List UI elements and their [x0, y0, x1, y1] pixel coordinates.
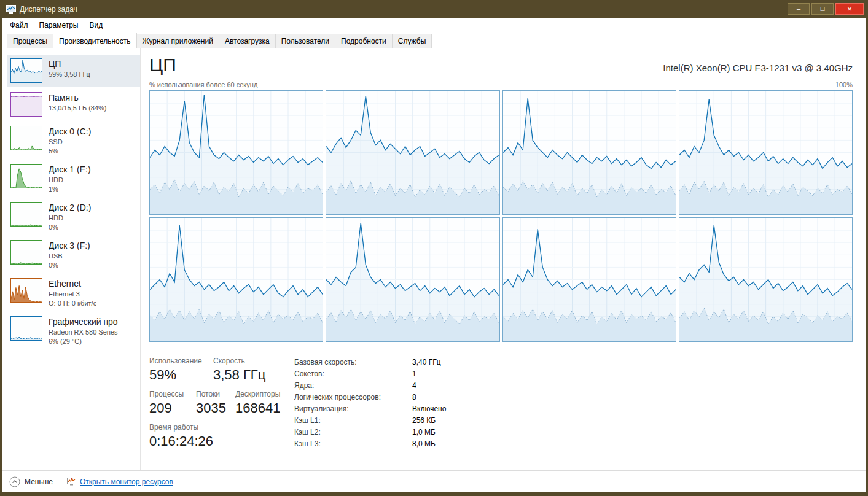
logical-processor-charts	[149, 90, 853, 342]
footer-bar: Меньше Открыть монитор ресурсов	[2, 470, 866, 492]
titlebar: Диспетчер задач – □ ×	[2, 0, 866, 18]
disk1-mini-chart	[10, 164, 42, 188]
usage-value: 59%	[149, 367, 213, 383]
sidebar-item-title: Диск 2 (D:)	[49, 203, 91, 212]
cpu-stats: Использование 59% Скорость 3,58 ГГц Проц…	[149, 357, 853, 456]
app-icon	[6, 5, 16, 14]
tab-performance[interactable]: Производительность	[53, 33, 136, 48]
close-button[interactable]: ×	[835, 3, 864, 15]
sidebar-item-ethernet[interactable]: Ethernet Ethernet 3 О: 0 П: 0 кбит/с	[7, 274, 140, 311]
sidebar-item-title: Диск 3 (F:)	[49, 241, 90, 250]
spec-label: Виртуализация:	[294, 405, 412, 413]
threads-label: Потоки	[196, 390, 235, 398]
disk3-mini-chart	[10, 240, 42, 265]
uptime-value: 0:16:24:26	[149, 433, 213, 449]
spec-label: Ядра:	[294, 381, 412, 390]
sidebar-item-memory[interactable]: Память 13,0/15,5 ГБ (84%)	[7, 88, 140, 120]
menu-view[interactable]: Вид	[84, 19, 108, 31]
tab-app-history[interactable]: Журнал приложений	[136, 34, 219, 48]
threads-value: 3035	[196, 400, 235, 416]
speed-label: Скорость	[213, 357, 265, 365]
sidebar-item-sub: HDD	[49, 214, 91, 222]
spec-value: Включено	[412, 405, 446, 413]
disk2-mini-chart	[10, 202, 42, 227]
sidebar-item-gpu[interactable]: Графический про Radeon RX 580 Series 6% …	[7, 312, 140, 349]
spec-value: 8,0 МБ	[412, 440, 436, 448]
resource-monitor-icon	[67, 478, 76, 486]
sidebar-item-cpu[interactable]: ЦП 59% 3,58 ГГц	[7, 55, 140, 87]
memory-mini-chart	[10, 92, 42, 117]
menubar: Файл Параметры Вид	[2, 18, 866, 32]
sidebar-item-sub: 13,0/15,5 ГБ (84%)	[49, 104, 107, 112]
spec-label: Кэш L3:	[294, 440, 412, 448]
spec-value: 1,0 МБ	[412, 428, 436, 436]
cpu-panel: ЦП Intel(R) Xeon(R) CPU E3-1231 v3 @ 3.4…	[141, 48, 866, 470]
sidebar-item-sub: USB	[49, 252, 90, 260]
minimize-button[interactable]: –	[788, 3, 810, 15]
tab-users[interactable]: Пользователи	[275, 34, 335, 48]
processes-label: Процессы	[149, 390, 196, 398]
spec-label: Кэш L1:	[294, 416, 412, 425]
menu-options[interactable]: Параметры	[34, 19, 84, 31]
tab-processes[interactable]: Процессы	[7, 34, 53, 48]
sidebar-item-disk0[interactable]: Диск 0 (C:) SSD 5%	[7, 122, 140, 158]
tab-details[interactable]: Подробности	[335, 34, 393, 48]
sidebar-item-disk1[interactable]: Диск 1 (E:) HDD 1%	[7, 160, 140, 196]
menu-file[interactable]: Файл	[4, 19, 34, 31]
sidebar-item-disk2[interactable]: Диск 2 (D:) HDD 0%	[7, 198, 140, 234]
cpu-core-chart	[149, 90, 323, 215]
sidebar-item-sub: 0%	[49, 223, 91, 231]
speed-value: 3,58 ГГц	[213, 367, 265, 383]
chart-caption: % использования более 60 секунд	[149, 81, 257, 88]
sidebar-item-title: Ethernet	[49, 279, 96, 289]
gpu-mini-chart	[10, 316, 42, 341]
resource-monitor-link[interactable]: Открыть монитор ресурсов	[80, 478, 173, 486]
cpu-spec-list: Базовая скорость:3,40 ГГц Сокетов:1 Ядра…	[294, 357, 446, 456]
performance-sidebar: ЦП 59% 3,58 ГГц Память 13,0/15,5 ГБ (84%…	[2, 48, 141, 470]
sidebar-item-disk3[interactable]: Диск 3 (F:) USB 0%	[7, 236, 140, 273]
spec-value: 4	[412, 381, 416, 390]
cpu-core-chart	[326, 90, 499, 215]
footer-divider	[60, 476, 60, 488]
sidebar-item-title: Графический про	[49, 317, 118, 327]
disk0-mini-chart	[10, 126, 42, 150]
spec-value: 256 КБ	[412, 416, 436, 425]
sidebar-item-sub: 5%	[49, 147, 91, 155]
spec-label: Кэш L2:	[294, 428, 412, 436]
maximize-button[interactable]: □	[811, 3, 834, 15]
spec-label: Сокетов:	[294, 370, 412, 378]
spec-label: Базовая скорость:	[294, 358, 412, 366]
sidebar-item-sub: SSD	[49, 138, 91, 145]
cpu-core-chart	[149, 217, 323, 342]
chart-max-label: 100%	[835, 81, 853, 88]
sidebar-item-sub: 0%	[49, 262, 90, 269]
cpu-core-chart	[679, 217, 853, 342]
sidebar-item-sub: Radeon RX 580 Series	[49, 328, 118, 336]
sidebar-item-title: Память	[49, 93, 107, 103]
sidebar-item-sub: 59% 3,58 ГГц	[49, 71, 90, 78]
spec-label: Логических процессоров:	[294, 393, 412, 401]
spec-value: 3,40 ГГц	[412, 358, 441, 366]
sidebar-item-sub: Ethernet 3	[49, 290, 96, 298]
fewer-details-toggle[interactable]: Меньше	[9, 476, 53, 487]
tab-strip: Процессы Производительность Журнал прило…	[2, 32, 866, 48]
cpu-core-chart	[679, 90, 853, 215]
sidebar-item-sub: 1%	[49, 185, 91, 193]
sidebar-item-title: Диск 0 (C:)	[49, 126, 91, 136]
sidebar-item-title: Диск 1 (E:)	[49, 165, 91, 174]
spec-value: 8	[412, 393, 416, 401]
cpu-core-chart	[326, 217, 499, 342]
cpu-core-chart	[502, 90, 676, 215]
chevron-up-circle-icon	[9, 476, 20, 487]
open-resource-monitor[interactable]: Открыть монитор ресурсов	[67, 478, 173, 486]
processes-value: 209	[149, 400, 196, 416]
window-controls: – □ ×	[788, 3, 864, 15]
fewer-details-label: Меньше	[25, 478, 53, 486]
ethernet-mini-chart	[10, 278, 42, 303]
sidebar-item-sub: HDD	[49, 176, 91, 184]
handles-label: Дескрипторы	[235, 390, 280, 398]
tab-services[interactable]: Службы	[392, 34, 432, 48]
tab-startup[interactable]: Автозагрузка	[219, 34, 276, 48]
cpu-model-name: Intel(R) Xeon(R) CPU E3-1231 v3 @ 3.40GH…	[663, 63, 853, 73]
usage-label: Использование	[149, 357, 213, 365]
